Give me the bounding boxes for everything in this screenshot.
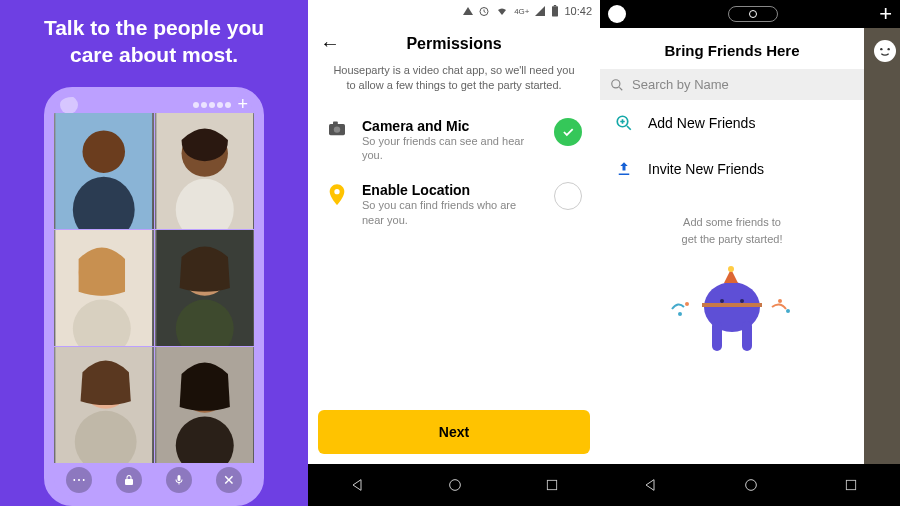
permissions-screen: 4G+ 10:42 ← Permissions Houseparty is a … — [308, 0, 600, 506]
location-pin-icon — [326, 182, 348, 206]
permission-title: Enable Location — [362, 182, 540, 198]
nav-recent-icon[interactable] — [545, 478, 559, 492]
android-nav-bar — [308, 464, 600, 506]
svg-point-29 — [887, 48, 889, 50]
mascot-illustration — [600, 259, 864, 359]
svg-point-32 — [685, 302, 689, 306]
face-filter-icon[interactable] — [60, 96, 78, 114]
svg-rect-44 — [846, 480, 855, 489]
permission-desc: So your friends can see and hear you. — [362, 134, 540, 163]
more-icon[interactable]: ⋯ — [66, 467, 92, 493]
signal-icon — [534, 5, 546, 17]
header: ← Permissions — [308, 22, 600, 63]
svg-rect-23 — [333, 121, 338, 124]
camera-icon — [326, 118, 348, 136]
marketing-panel: Talk to the people you care about most. … — [0, 0, 308, 506]
marketing-headline: Talk to the people you care about most. — [0, 14, 308, 69]
search-input[interactable]: Search by Name — [600, 69, 864, 100]
svg-point-24 — [334, 189, 339, 194]
side-face-icon[interactable] — [874, 40, 896, 62]
upload-icon — [614, 160, 634, 178]
next-button[interactable]: Next — [318, 410, 590, 454]
background-strip — [864, 28, 900, 464]
friends-screen: + Bring Friends Here Search by Name Add … — [600, 0, 900, 506]
svg-point-22 — [334, 126, 340, 132]
svg-point-27 — [875, 41, 895, 61]
video-tile[interactable] — [155, 347, 255, 463]
permission-toggle-on[interactable] — [554, 118, 582, 146]
video-tile[interactable] — [54, 347, 154, 463]
alarm-icon — [478, 5, 490, 17]
svg-point-40 — [728, 266, 734, 272]
video-tile[interactable] — [155, 113, 255, 229]
room-pill[interactable] — [728, 6, 778, 22]
top-bar: + — [600, 0, 900, 28]
empty-state-text: Add some friends toget the party started… — [600, 192, 864, 259]
svg-point-42 — [740, 299, 744, 303]
search-placeholder: Search by Name — [632, 77, 729, 92]
svg-point-28 — [880, 48, 882, 50]
svg-point-43 — [746, 480, 757, 491]
nav-back-icon[interactable] — [642, 477, 658, 493]
invite-friends-row[interactable]: Invite New Friends — [600, 146, 864, 192]
network-label: 4G+ — [514, 7, 529, 16]
phone-mock: + ⋯ ✕ — [44, 87, 264, 506]
permission-title: Camera and Mic — [362, 118, 540, 134]
friends-sheet: Bring Friends Here Search by Name Add Ne… — [600, 28, 864, 464]
add-new-friends-row[interactable]: Add New Friends — [600, 100, 864, 146]
wifi-icon — [495, 5, 509, 17]
add-icon[interactable]: + — [879, 1, 892, 27]
page-title: Permissions — [320, 35, 588, 53]
svg-rect-26 — [547, 480, 556, 489]
menu-label: Invite New Friends — [648, 161, 764, 177]
video-tile[interactable] — [155, 230, 255, 346]
video-tile[interactable] — [54, 113, 154, 229]
permission-desc: So you can find friends who are near you… — [362, 198, 540, 227]
search-icon — [610, 78, 624, 92]
svg-point-1 — [82, 130, 125, 173]
android-status-bar: 4G+ 10:42 — [308, 0, 600, 22]
video-tile[interactable] — [54, 230, 154, 346]
nav-home-icon[interactable] — [447, 477, 463, 493]
menu-label: Add New Friends — [648, 115, 755, 131]
notification-icon — [463, 7, 473, 15]
sheet-title: Bring Friends Here — [600, 28, 864, 69]
svg-point-35 — [786, 309, 790, 313]
participant-dots — [193, 102, 231, 108]
svg-rect-38 — [742, 321, 752, 351]
svg-point-33 — [678, 312, 682, 316]
permission-location[interactable]: Enable Location So you can find friends … — [308, 172, 600, 237]
svg-rect-20 — [554, 5, 556, 6]
svg-point-30 — [612, 79, 620, 87]
nav-back-icon[interactable] — [349, 477, 365, 493]
profile-icon[interactable] — [608, 5, 626, 23]
svg-point-34 — [778, 299, 782, 303]
lock-icon[interactable] — [116, 467, 142, 493]
svg-point-41 — [720, 299, 724, 303]
android-nav-bar — [600, 464, 900, 506]
svg-rect-19 — [552, 6, 558, 16]
nav-recent-icon[interactable] — [844, 478, 858, 492]
video-grid — [54, 113, 254, 463]
svg-rect-39 — [702, 303, 762, 307]
magnify-plus-icon — [614, 114, 634, 132]
nav-home-icon[interactable] — [743, 477, 759, 493]
svg-rect-37 — [712, 321, 722, 351]
svg-point-25 — [450, 480, 461, 491]
battery-icon — [551, 5, 559, 17]
phone-bottombar: ⋯ ✕ — [54, 463, 254, 497]
permission-camera-mic[interactable]: Camera and Mic So your friends can see a… — [308, 108, 600, 173]
mic-icon[interactable] — [166, 467, 192, 493]
clock-label: 10:42 — [564, 5, 592, 17]
subtitle: Houseparty is a video chat app, so we'll… — [308, 63, 600, 108]
close-icon[interactable]: ✕ — [216, 467, 242, 493]
phone-topbar: + — [54, 97, 254, 113]
permission-toggle-off[interactable] — [554, 182, 582, 210]
